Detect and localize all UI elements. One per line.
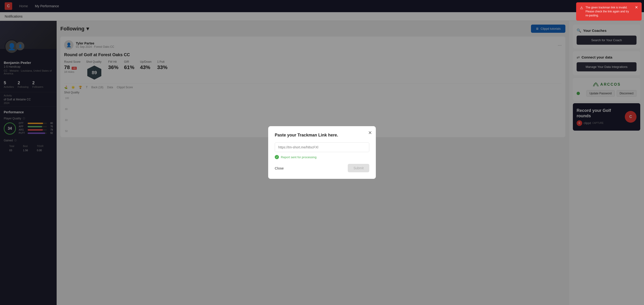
modal-success-message: ✓ Report sent for processing — [275, 155, 369, 159]
success-text: Report sent for processing — [281, 156, 316, 159]
modal-close-button[interactable]: Close — [275, 166, 284, 170]
toast-close-button[interactable]: ✕ — [635, 6, 638, 9]
trackman-link-input[interactable] — [275, 142, 369, 152]
success-icon: ✓ — [275, 155, 279, 159]
modal-submit-button[interactable]: Submit — [348, 164, 369, 172]
warning-icon: ⚠ — [580, 6, 583, 10]
modal-actions: Close Submit — [275, 164, 369, 172]
error-message: The given trackman link is invalid. Plea… — [586, 6, 632, 17]
modal-close-x-button[interactable]: ✕ — [368, 130, 372, 136]
modal-overlay: Paste your Trackman Link here. ✕ ✓ Repor… — [0, 0, 644, 305]
trackman-modal: Paste your Trackman Link here. ✕ ✓ Repor… — [268, 126, 376, 179]
error-toast: ⚠ The given trackman link is invalid. Pl… — [576, 2, 642, 20]
modal-title: Paste your Trackman Link here. — [275, 133, 369, 138]
